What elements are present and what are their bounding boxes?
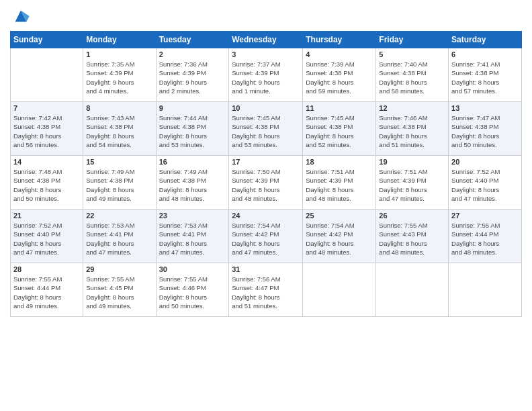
day-number: 13 [451, 104, 519, 112]
week-row-5: 28Sunrise: 7:55 AM Sunset: 4:44 PM Dayli… [11, 263, 522, 317]
day-number: 5 [379, 50, 445, 58]
calendar-cell: 9Sunrise: 7:44 AM Sunset: 4:38 PM Daylig… [156, 102, 229, 156]
weekday-friday: Friday [376, 32, 449, 48]
day-info: Sunrise: 7:44 AM Sunset: 4:38 PM Dayligh… [159, 113, 226, 149]
page: SundayMondayTuesdayWednesdayThursdayFrid… [0, 0, 532, 411]
day-number: 20 [451, 158, 519, 166]
weekday-monday: Monday [83, 32, 156, 48]
weekday-wednesday: Wednesday [229, 32, 303, 48]
day-number: 10 [232, 104, 300, 112]
calendar-cell: 24Sunrise: 7:54 AM Sunset: 4:42 PM Dayli… [229, 210, 303, 263]
day-info: Sunrise: 7:49 AM Sunset: 4:38 PM Dayligh… [159, 167, 226, 203]
day-number: 22 [86, 212, 152, 220]
calendar-cell: 12Sunrise: 7:46 AM Sunset: 4:38 PM Dayli… [376, 102, 449, 156]
calendar-cell: 21Sunrise: 7:52 AM Sunset: 4:40 PM Dayli… [11, 210, 83, 263]
calendar-cell [303, 263, 376, 317]
week-row-3: 14Sunrise: 7:48 AM Sunset: 4:38 PM Dayli… [11, 156, 522, 210]
day-number: 21 [13, 212, 80, 220]
day-info: Sunrise: 7:46 AM Sunset: 4:38 PM Dayligh… [379, 113, 445, 149]
day-info: Sunrise: 7:45 AM Sunset: 4:38 PM Dayligh… [306, 113, 373, 149]
weekday-tuesday: Tuesday [156, 32, 229, 48]
day-number: 27 [451, 212, 519, 220]
day-number: 1 [86, 50, 152, 58]
calendar-cell: 3Sunrise: 7:37 AM Sunset: 4:39 PM Daylig… [229, 48, 303, 102]
day-number: 24 [232, 212, 300, 220]
logo-icon [11, 7, 30, 26]
day-number: 9 [159, 104, 226, 112]
day-info: Sunrise: 7:37 AM Sunset: 4:39 PM Dayligh… [232, 60, 300, 95]
day-number: 26 [379, 212, 445, 220]
calendar-cell: 30Sunrise: 7:55 AM Sunset: 4:46 PM Dayli… [156, 263, 229, 317]
calendar-cell: 11Sunrise: 7:45 AM Sunset: 4:38 PM Dayli… [303, 102, 376, 156]
calendar-cell: 6Sunrise: 7:41 AM Sunset: 4:38 PM Daylig… [449, 48, 522, 102]
day-info: Sunrise: 7:53 AM Sunset: 4:41 PM Dayligh… [159, 221, 226, 257]
day-info: Sunrise: 7:55 AM Sunset: 4:46 PM Dayligh… [159, 275, 226, 310]
calendar-cell: 2Sunrise: 7:36 AM Sunset: 4:39 PM Daylig… [156, 48, 229, 102]
day-info: Sunrise: 7:42 AM Sunset: 4:38 PM Dayligh… [13, 113, 80, 149]
calendar: SundayMondayTuesdayWednesdayThursdayFrid… [10, 31, 522, 317]
calendar-cell: 19Sunrise: 7:51 AM Sunset: 4:39 PM Dayli… [376, 156, 449, 210]
calendar-cell: 28Sunrise: 7:55 AM Sunset: 4:44 PM Dayli… [11, 263, 83, 317]
day-info: Sunrise: 7:47 AM Sunset: 4:38 PM Dayligh… [451, 113, 519, 149]
calendar-cell: 23Sunrise: 7:53 AM Sunset: 4:41 PM Dayli… [156, 210, 229, 263]
day-info: Sunrise: 7:55 AM Sunset: 4:43 PM Dayligh… [379, 221, 445, 257]
calendar-cell: 20Sunrise: 7:52 AM Sunset: 4:40 PM Dayli… [449, 156, 522, 210]
day-number: 4 [306, 50, 373, 58]
day-info: Sunrise: 7:48 AM Sunset: 4:38 PM Dayligh… [13, 167, 80, 203]
calendar-cell: 18Sunrise: 7:51 AM Sunset: 4:39 PM Dayli… [303, 156, 376, 210]
day-info: Sunrise: 7:40 AM Sunset: 4:38 PM Dayligh… [379, 60, 445, 95]
calendar-cell: 26Sunrise: 7:55 AM Sunset: 4:43 PM Dayli… [376, 210, 449, 263]
day-info: Sunrise: 7:52 AM Sunset: 4:40 PM Dayligh… [451, 167, 519, 203]
weekday-sunday: Sunday [11, 32, 83, 48]
calendar-cell: 16Sunrise: 7:49 AM Sunset: 4:38 PM Dayli… [156, 156, 229, 210]
day-info: Sunrise: 7:56 AM Sunset: 4:47 PM Dayligh… [232, 275, 300, 310]
day-info: Sunrise: 7:43 AM Sunset: 4:38 PM Dayligh… [86, 113, 152, 149]
day-info: Sunrise: 7:55 AM Sunset: 4:44 PM Dayligh… [13, 275, 80, 310]
day-number: 23 [159, 212, 226, 220]
weekday-header-row: SundayMondayTuesdayWednesdayThursdayFrid… [11, 32, 522, 48]
header [10, 7, 522, 26]
calendar-cell: 27Sunrise: 7:55 AM Sunset: 4:44 PM Dayli… [449, 210, 522, 263]
calendar-cell: 1Sunrise: 7:35 AM Sunset: 4:39 PM Daylig… [83, 48, 156, 102]
week-row-4: 21Sunrise: 7:52 AM Sunset: 4:40 PM Dayli… [11, 210, 522, 263]
day-number: 16 [159, 158, 226, 166]
day-number: 7 [13, 104, 80, 112]
calendar-cell [11, 48, 83, 102]
day-info: Sunrise: 7:52 AM Sunset: 4:40 PM Dayligh… [13, 221, 80, 257]
day-info: Sunrise: 7:45 AM Sunset: 4:38 PM Dayligh… [232, 113, 300, 149]
calendar-cell: 15Sunrise: 7:49 AM Sunset: 4:38 PM Dayli… [83, 156, 156, 210]
day-number: 30 [159, 265, 226, 273]
day-info: Sunrise: 7:55 AM Sunset: 4:45 PM Dayligh… [86, 275, 152, 310]
day-info: Sunrise: 7:50 AM Sunset: 4:39 PM Dayligh… [232, 167, 300, 203]
day-info: Sunrise: 7:39 AM Sunset: 4:38 PM Dayligh… [306, 60, 373, 95]
day-number: 28 [13, 265, 80, 273]
calendar-cell: 4Sunrise: 7:39 AM Sunset: 4:38 PM Daylig… [303, 48, 376, 102]
calendar-cell [449, 263, 522, 317]
calendar-cell [376, 263, 449, 317]
day-info: Sunrise: 7:49 AM Sunset: 4:38 PM Dayligh… [86, 167, 152, 203]
day-number: 8 [86, 104, 152, 112]
calendar-cell: 5Sunrise: 7:40 AM Sunset: 4:38 PM Daylig… [376, 48, 449, 102]
day-info: Sunrise: 7:54 AM Sunset: 4:42 PM Dayligh… [306, 221, 373, 257]
calendar-cell: 13Sunrise: 7:47 AM Sunset: 4:38 PM Dayli… [449, 102, 522, 156]
logo [10, 7, 30, 26]
calendar-cell: 7Sunrise: 7:42 AM Sunset: 4:38 PM Daylig… [11, 102, 83, 156]
day-info: Sunrise: 7:54 AM Sunset: 4:42 PM Dayligh… [232, 221, 300, 257]
calendar-cell: 22Sunrise: 7:53 AM Sunset: 4:41 PM Dayli… [83, 210, 156, 263]
day-info: Sunrise: 7:51 AM Sunset: 4:39 PM Dayligh… [379, 167, 445, 203]
day-number: 25 [306, 212, 373, 220]
day-info: Sunrise: 7:51 AM Sunset: 4:39 PM Dayligh… [306, 167, 373, 203]
week-row-2: 7Sunrise: 7:42 AM Sunset: 4:38 PM Daylig… [11, 102, 522, 156]
day-number: 19 [379, 158, 445, 166]
calendar-cell: 29Sunrise: 7:55 AM Sunset: 4:45 PM Dayli… [83, 263, 156, 317]
day-info: Sunrise: 7:35 AM Sunset: 4:39 PM Dayligh… [86, 60, 152, 95]
day-info: Sunrise: 7:41 AM Sunset: 4:38 PM Dayligh… [451, 60, 519, 95]
day-info: Sunrise: 7:53 AM Sunset: 4:41 PM Dayligh… [86, 221, 152, 257]
calendar-cell: 10Sunrise: 7:45 AM Sunset: 4:38 PM Dayli… [229, 102, 303, 156]
calendar-cell: 14Sunrise: 7:48 AM Sunset: 4:38 PM Dayli… [11, 156, 83, 210]
weekday-thursday: Thursday [303, 32, 376, 48]
day-number: 17 [232, 158, 300, 166]
calendar-cell: 25Sunrise: 7:54 AM Sunset: 4:42 PM Dayli… [303, 210, 376, 263]
day-number: 14 [13, 158, 80, 166]
week-row-1: 1Sunrise: 7:35 AM Sunset: 4:39 PM Daylig… [11, 48, 522, 102]
